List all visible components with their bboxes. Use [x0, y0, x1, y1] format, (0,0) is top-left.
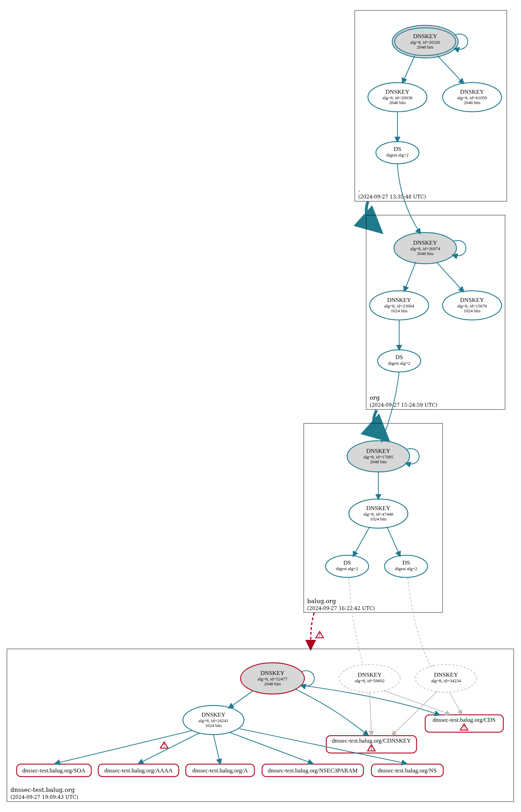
node-dt-ghost-59692: DNSKEY alg=8, id=59692: [339, 665, 400, 692]
node-org-ds: DS digest alg=2: [378, 350, 421, 372]
node-root-zsk-61050: DNSKEY alg=8, id=61050 2048 bits: [443, 83, 502, 112]
svg-text:digest alg=2: digest alg=2: [336, 566, 358, 571]
node-org-ksk: DNSKEY alg=8, id=26974 2048 bits: [394, 232, 466, 264]
svg-text:DNSKEY: DNSKEY: [460, 88, 484, 95]
rr-cds: dnssec-test.balug.org/CDS !: [425, 715, 503, 732]
svg-text:digest alg=2: digest alg=2: [388, 361, 410, 366]
node-org-zsk-15678: DNSKEY alg=8, id=15678 1024 bits: [443, 291, 502, 320]
svg-text:DNSKEY: DNSKEY: [261, 670, 285, 676]
svg-text:DS: DS: [343, 559, 351, 566]
svg-text:DNSKEY: DNSKEY: [460, 297, 484, 303]
warning-icon: !: [316, 632, 323, 638]
node-dt-ghost-34234: DNSKEY alg=8, id=34234: [415, 665, 477, 692]
svg-text:DS: DS: [394, 146, 401, 152]
node-root-ksk: DNSKEY alg=8, id=20326 2048 bits: [392, 25, 468, 58]
svg-text:!: !: [463, 725, 465, 730]
cluster-dt-ts: (2024-09-27 19:09:43 UTC): [10, 794, 78, 800]
rr-ns: dnssec-test.balug.org/NS: [371, 764, 443, 777]
svg-text:alg=8, id=26974: alg=8, id=26974: [410, 246, 440, 251]
node-org-zsk-23064: DNSKEY alg=8, id=23064 1024 bits: [370, 291, 429, 320]
rr-cdnskey: dnssec-test.balug.org/CDNSKEY !: [326, 736, 417, 753]
svg-text:alg=8, id=20038: alg=8, id=20038: [383, 95, 412, 100]
svg-text:2048 bits: 2048 bits: [370, 459, 387, 464]
node-root-ds: DS digest alg=2: [376, 142, 419, 164]
dnssec-auth-graph: . (2024-09-27 13:35:48 UTC) DNSKEY alg=8…: [0, 0, 521, 812]
svg-text:2048 bits: 2048 bits: [417, 44, 434, 50]
node-balug-ds2: DS digest alg=2: [385, 555, 428, 577]
svg-text:alg=8, id=59692: alg=8, id=59692: [355, 678, 385, 683]
rr-aaaa: dnssec-test.balug.org/AAAA: [98, 764, 179, 777]
svg-text:2048 bits: 2048 bits: [389, 100, 406, 105]
cluster-org-name: org: [370, 394, 380, 401]
cluster-balug-name: balug.org: [307, 598, 336, 604]
cluster-dnssectest: dnssec-test.balug.org (2024-09-27 19:09:…: [7, 649, 514, 802]
svg-text:alg=8, id=24241: alg=8, id=24241: [199, 718, 228, 723]
svg-text:alg=8, id=17095: alg=8, id=17095: [363, 454, 393, 459]
svg-text:alg=8, id=34234: alg=8, id=34234: [431, 678, 461, 683]
svg-text:dnssec-test.balug.org/CDS: dnssec-test.balug.org/CDS: [432, 717, 495, 723]
svg-text:1024 bits: 1024 bits: [205, 723, 222, 728]
svg-text:digest alg=2: digest alg=2: [395, 566, 417, 571]
svg-text:digest alg=2: digest alg=2: [386, 152, 409, 158]
cluster-root-name: .: [358, 186, 360, 193]
svg-text:1024 bits: 1024 bits: [464, 308, 480, 313]
svg-text:DNSKEY: DNSKEY: [434, 671, 458, 678]
svg-text:DNSKEY: DNSKEY: [358, 671, 382, 678]
svg-text:alg=8, id=52477: alg=8, id=52477: [258, 676, 288, 682]
rr-a: dnssec-test.balug.org/A: [186, 764, 254, 777]
svg-text:dnssec-test.balug.org/SOA: dnssec-test.balug.org/SOA: [22, 767, 86, 774]
cluster-balug-ts: (2024-09-27 16:22:42 UTC): [307, 606, 375, 611]
cluster-root: . (2024-09-27 13:35:48 UTC) DNSKEY alg=8…: [355, 10, 507, 201]
svg-text:alg=8, id=61050: alg=8, id=61050: [457, 95, 487, 100]
svg-text:2048 bits: 2048 bits: [264, 681, 281, 686]
cluster-org: org (2024-09-27 15:24:59 UTC) DNSKEY alg…: [366, 164, 505, 409]
svg-text:DNSKEY: DNSKEY: [367, 505, 390, 511]
cluster-balug: balug.org (2024-09-27 16:22:42 UTC) DNSK…: [304, 372, 443, 612]
svg-text:dnssec-test.balug.org/AAAA: dnssec-test.balug.org/AAAA: [104, 767, 173, 774]
cluster-dt-name: dnssec-test.balug.org: [10, 786, 75, 793]
svg-text:dnssec-test.balug.org/NS: dnssec-test.balug.org/NS: [378, 767, 437, 774]
node-balug-ksk: DNSKEY alg=8, id=17095 2048 bits: [347, 441, 419, 472]
svg-text:!: !: [370, 746, 372, 751]
svg-text:DNSKEY: DNSKEY: [202, 711, 226, 718]
svg-text:2048 bits: 2048 bits: [464, 100, 480, 105]
svg-text:alg=8, id=23064: alg=8, id=23064: [384, 303, 414, 308]
svg-text:alg=8, id=15678: alg=8, id=15678: [457, 303, 487, 308]
svg-text:dnssec-test.balug.org/CDNSKEY: dnssec-test.balug.org/CDNSKEY: [332, 737, 411, 744]
svg-text:DNSKEY: DNSKEY: [367, 448, 390, 454]
svg-text:!: !: [319, 633, 321, 638]
svg-text:DS: DS: [402, 559, 410, 566]
cluster-org-ts: (2024-09-27 15:24:59 UTC): [370, 402, 437, 408]
warning-icon: !: [160, 742, 168, 748]
node-root-zsk-20038: DNSKEY alg=8, id=20038 2048 bits: [368, 83, 427, 112]
node-balug-ds1: DS digest alg=2: [326, 555, 369, 577]
svg-text:alg=8, id=47448: alg=8, id=47448: [363, 511, 393, 517]
node-balug-zsk: DNSKEY alg=8, id=47448 1024 bits: [349, 499, 408, 528]
rr-soa: dnssec-test.balug.org/SOA: [17, 764, 91, 777]
svg-text:1024 bits: 1024 bits: [391, 308, 407, 313]
cluster-root-ts: (2024-09-27 13:35:48 UTC): [358, 194, 426, 200]
svg-text:2048 bits: 2048 bits: [417, 251, 434, 256]
node-dt-ksk: DNSKEY alg=8, id=52477 2048 bits: [241, 663, 314, 694]
svg-text:DNSKEY: DNSKEY: [386, 88, 410, 95]
svg-text:dnssec-test.balug.org/A: dnssec-test.balug.org/A: [192, 767, 248, 774]
svg-text:DNSKEY: DNSKEY: [387, 297, 411, 303]
rr-nsec3param: dnssec-test.balug.org/NSEC3PARAM: [262, 764, 363, 777]
svg-text:1024 bits: 1024 bits: [370, 516, 387, 522]
svg-text:DNSKEY: DNSKEY: [413, 239, 437, 246]
svg-text:alg=8, id=20326: alg=8, id=20326: [410, 40, 440, 45]
svg-text:!: !: [163, 743, 165, 748]
svg-text:DS: DS: [395, 354, 403, 361]
svg-text:DNSKEY: DNSKEY: [413, 33, 437, 40]
svg-text:dnssec-test.balug.org/NSEC3PAR: dnssec-test.balug.org/NSEC3PARAM: [268, 767, 358, 774]
